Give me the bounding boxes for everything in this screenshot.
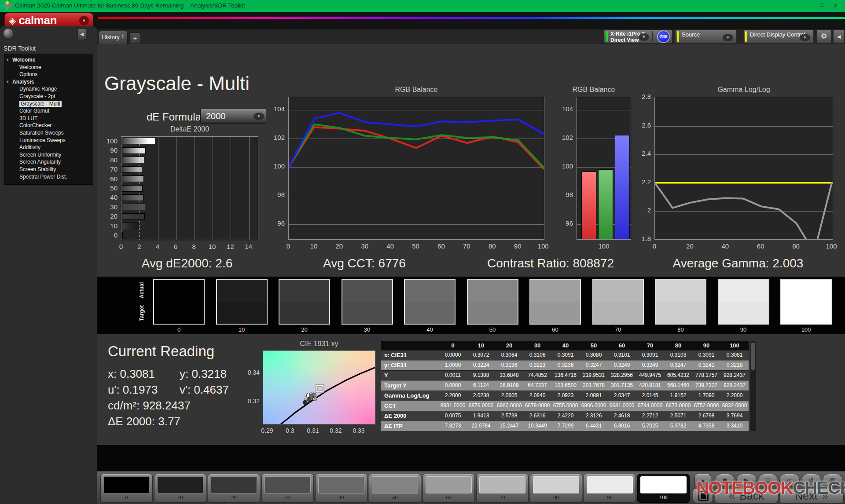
target-row-label: Target xyxy=(139,300,145,326)
sidebar-item-options[interactable]: Options xyxy=(5,71,93,78)
meter-dropdown[interactable]: X-Rite i1Pro 2 Direct View ▼ 238 xyxy=(604,29,672,44)
deltae-bar xyxy=(121,223,139,229)
sidebar-item-colorchecker[interactable]: ColorChecker xyxy=(5,122,93,129)
table-cell: 6876.0000 xyxy=(467,401,495,411)
table-cell: 0.3106 xyxy=(523,350,551,360)
table-cell: 0.3080 xyxy=(580,350,608,360)
sidebar: ◀ SDR Toolkit WelcomeWelcomeOptionsAnaly… xyxy=(0,26,97,504)
sidebar-item-grayscale-2pt[interactable]: Grayscale - 2pt xyxy=(5,93,93,100)
reading-u: u': 0.1973 xyxy=(108,383,158,397)
scrollbar-thumb[interactable] xyxy=(751,343,755,370)
swatch-target xyxy=(217,302,267,324)
tab-history-1[interactable]: History 1 xyxy=(99,31,128,44)
axis-tick-label: 1.8 xyxy=(616,235,651,242)
table-cell: 928.2437 xyxy=(720,380,749,391)
transport-button-6[interactable]: ▦ xyxy=(823,474,843,487)
pattern-button-0[interactable]: 0 xyxy=(100,474,153,503)
pattern-button-50[interactable]: 50 xyxy=(369,474,421,503)
axis-tick-label: 2.2 xyxy=(616,178,651,186)
transport-button-2[interactable]: ▶ xyxy=(736,474,757,487)
transport-button-3[interactable]: ▤ xyxy=(758,474,778,487)
pattern-button-100[interactable]: 100 xyxy=(637,474,690,503)
display-control-dropdown[interactable]: Direct Display Control ▼ xyxy=(743,29,814,44)
transport-button-5[interactable]: ↺ xyxy=(801,474,821,487)
add-tab-button[interactable]: + xyxy=(129,33,141,44)
sidebar-item-screen-uniformity[interactable]: Screen Uniformity xyxy=(5,151,93,159)
pattern-button-80[interactable]: 80 xyxy=(530,474,582,503)
stat-avg-de2000: Avg dE2000: 2.6 xyxy=(142,256,233,270)
table-cell: 0.3091 xyxy=(692,350,720,360)
axis-tick-label: 0 xyxy=(646,242,663,250)
swatch-target xyxy=(342,302,392,324)
table-cell: 739.7327 xyxy=(692,380,720,391)
sidebar-item-3d-lut[interactable]: 3D LUT xyxy=(5,115,93,122)
settings-gear-button[interactable]: ⚙ xyxy=(816,29,831,44)
panel-collapse-button[interactable]: ◀ xyxy=(833,29,845,44)
sidebar-item-welcome[interactable]: Welcome xyxy=(5,56,93,64)
sidebar-item-dynamic-range[interactable]: Dynamic Range xyxy=(5,85,93,93)
sidebar-item-screen-stability[interactable]: Screen Stability xyxy=(5,166,93,173)
sidebar-item-welcome[interactable]: Welcome xyxy=(5,64,93,71)
pattern-button-70[interactable]: 70 xyxy=(476,474,529,503)
table-row-label: Gamma Log/Log xyxy=(381,391,439,401)
pattern-button-10[interactable]: 10 xyxy=(154,474,206,503)
rgb-bar-green xyxy=(598,169,613,240)
transport-button-4[interactable]: ∞ xyxy=(779,474,800,487)
pattern-patch xyxy=(211,476,257,493)
axis-tick-label: 104 xyxy=(546,105,573,113)
close-button[interactable]: × xyxy=(829,1,842,10)
sidebar-item-screen-angularity[interactable]: Screen Angularity xyxy=(5,158,93,166)
axis-tick-label: 102 xyxy=(251,134,285,141)
source-dropdown[interactable]: Source ▼ xyxy=(675,29,737,44)
eject-button[interactable]: ▲ xyxy=(694,474,711,487)
swatch-label: 100 xyxy=(780,326,832,333)
back-label: Back xyxy=(739,489,764,502)
pattern-control-bar: ▲ « Back Next » 0102030405060708090100◼▶… xyxy=(97,471,845,504)
stop-button[interactable] xyxy=(693,488,713,503)
sidebar-item-label: Saturation Sweeps xyxy=(19,130,64,136)
axis-tick-label: 0.31 xyxy=(304,427,322,434)
sidebar-item-grayscale-multi[interactable]: Grayscale - Multi xyxy=(5,100,93,108)
transport-button-1[interactable]: ◼ xyxy=(715,474,735,487)
next-button[interactable]: Next » xyxy=(779,488,844,504)
swatch-label: 50 xyxy=(467,326,518,333)
minimize-button[interactable]: — xyxy=(800,1,813,10)
swatch-label: 70 xyxy=(592,326,644,333)
table-cell: 0.3249 xyxy=(608,360,636,370)
measured-point xyxy=(307,397,311,402)
calman-menu-button[interactable]: ◈ calman ▼ xyxy=(4,13,93,28)
target-square-outline xyxy=(317,386,323,392)
pattern-button-90[interactable]: 90 xyxy=(584,474,636,503)
maximize-button[interactable]: □ xyxy=(815,1,828,10)
axis-tick-label: 0.32 xyxy=(229,398,260,405)
pattern-label: 60 xyxy=(423,495,474,500)
pattern-button-40[interactable]: 40 xyxy=(315,474,367,503)
axis-tick-label: 80 xyxy=(84,156,118,164)
sidebar-item-spectral-power-dist[interactable]: Spectral Power Dist. xyxy=(5,173,93,181)
deltae-bar xyxy=(121,157,144,163)
current-reading-heading: Current Reading xyxy=(108,343,214,360)
table-cell: 6681.0000 xyxy=(608,401,636,411)
axis-tick-label: 0.32 xyxy=(327,427,345,434)
table-cell: 328.2956 xyxy=(608,370,636,380)
axis-tick-label: 50 xyxy=(407,242,425,250)
sidebar-item-additivity[interactable]: Additivity xyxy=(5,144,93,151)
pattern-button-30[interactable]: 30 xyxy=(261,474,314,503)
table-cell: 2.0923 xyxy=(551,391,580,401)
table-cell: 0.0011 xyxy=(439,370,467,380)
swatch-label: 10 xyxy=(216,326,268,333)
table-cell: 6679.0000 xyxy=(523,401,551,411)
swatch-actual xyxy=(656,280,705,302)
back-button[interactable]: « Back xyxy=(715,488,778,504)
pattern-button-20[interactable]: 20 xyxy=(208,474,260,503)
measurement-table: 0102030405060708090100x: CIE310.00000.30… xyxy=(381,341,749,431)
sidebar-item-color-gamut[interactable]: Color Gamut xyxy=(5,107,93,115)
swatch-40 xyxy=(404,279,456,325)
sidebar-item-analysis[interactable]: Analysis xyxy=(5,78,93,86)
sidebar-collapse-button[interactable]: ◀ xyxy=(77,29,86,40)
sidebar-item-luminance-sweeps[interactable]: Luminance Sweeps xyxy=(5,137,93,144)
axis-tick-label: 10 xyxy=(305,242,323,250)
sidebar-item-saturation-sweeps[interactable]: Saturation Sweeps xyxy=(5,129,93,137)
pattern-button-60[interactable]: 60 xyxy=(422,474,475,503)
table-cell: 2.5071 xyxy=(664,411,692,421)
